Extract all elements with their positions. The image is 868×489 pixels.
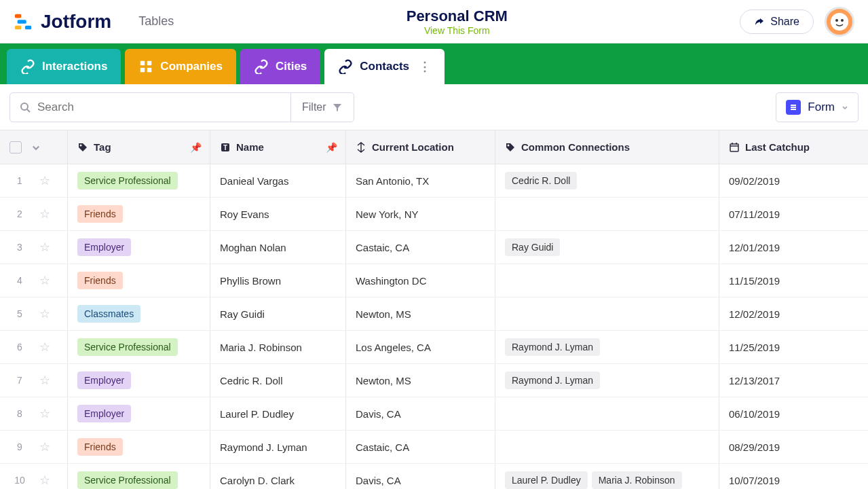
connections-cell[interactable] [495,264,719,297]
location-cell[interactable]: Los Angeles, CA [346,331,495,363]
catchup-cell[interactable]: 08/29/2019 [719,431,862,463]
star-icon[interactable]: ☆ [39,439,50,454]
location-cell[interactable]: San Antonio, TX [346,164,495,197]
tab-cities[interactable]: Cities [240,49,320,84]
tag-cell[interactable]: Employer [68,397,210,430]
connections-cell[interactable] [495,397,719,430]
table-row[interactable]: 9☆FriendsRaymond J. LymanCastaic, CA08/2… [0,431,868,464]
name-cell[interactable]: Phyllis Brown [210,264,346,297]
search-input[interactable] [37,101,281,114]
header-name[interactable]: T Name 📌 [210,130,346,164]
location-cell[interactable]: Washington DC [346,264,495,297]
star-icon[interactable]: ☆ [39,473,50,488]
connections-cell[interactable]: Cedric R. Doll [495,164,719,197]
tag-cell[interactable]: Friends [68,431,210,463]
location-cell[interactable]: Davis, CA [346,397,495,430]
tag-cell[interactable]: Friends [68,264,210,297]
name-cell[interactable]: Carolyn D. Clark [210,464,346,489]
name-cell[interactable]: Danieal Vargas [210,164,346,197]
table-row[interactable]: 10☆Service ProfessionalCarolyn D. ClarkD… [0,464,868,489]
name-cell[interactable]: Roy Evans [210,198,346,230]
table-row[interactable]: 3☆EmployerMoghan NolanCastaic, CARay Gui… [0,231,868,264]
row-number: 9 [10,441,30,452]
location-cell[interactable]: Castaic, CA [346,431,495,463]
catchup-cell[interactable]: 06/10/2019 [719,397,862,430]
header-connections[interactable]: Common Connections [495,130,719,164]
table-row[interactable]: 8☆EmployerLaurel P. DudleyDavis, CA06/10… [0,397,868,431]
connections-cell[interactable] [495,431,719,463]
star-icon[interactable]: ☆ [39,273,50,288]
star-icon[interactable]: ☆ [39,173,50,188]
link-icon [254,59,269,74]
form-view-button[interactable]: Form [776,92,858,122]
user-avatar[interactable] [825,7,854,37]
tag-cell[interactable]: Service Professional [68,464,210,489]
table-row[interactable]: 1☆Service ProfessionalDanieal VargasSan … [0,164,868,198]
catchup-cell[interactable]: 07/11/2019 [719,198,862,230]
catchup-cell[interactable]: 11/15/2019 [719,264,862,297]
pin-icon[interactable]: 📌 [326,142,337,153]
connections-cell[interactable]: Laurel P. DudleyMaria J. Robinson [495,464,719,489]
star-icon[interactable]: ☆ [39,206,50,221]
tab-menu-icon[interactable]: ⋮ [419,59,431,74]
star-icon[interactable]: ☆ [39,306,50,321]
name-cell[interactable]: Raymond J. Lyman [210,431,346,463]
nav-tables-link[interactable]: Tables [138,14,174,29]
chevron-down-icon[interactable] [31,143,41,152]
tag-icon [77,142,88,153]
name-cell[interactable]: Maria J. Robinson [210,331,346,363]
location-cell[interactable]: Davis, CA [346,464,495,489]
header-tag[interactable]: Tag 📌 [68,130,210,164]
name-cell[interactable]: Moghan Nolan [210,231,346,264]
star-icon[interactable]: ☆ [39,406,50,421]
catchup-cell[interactable]: 12/13/2017 [719,364,862,397]
table-row[interactable]: 4☆FriendsPhyllis BrownWashington DC11/15… [0,264,868,297]
name-cell[interactable]: Cedric R. Doll [210,364,346,397]
tag-cell[interactable]: Employer [68,231,210,264]
catchup-cell[interactable]: 09/02/2019 [719,164,862,197]
row-number: 5 [10,308,30,319]
name-cell[interactable]: Laurel P. Dudley [210,397,346,430]
tab-companies[interactable]: Companies [125,49,236,84]
location-cell[interactable]: New York, NY [346,198,495,230]
connections-cell[interactable] [495,198,719,230]
connection-chip: Raymond J. Lyman [505,372,600,389]
name-cell[interactable]: Ray Guidi [210,297,346,330]
svg-rect-0 [15,14,21,18]
connections-cell[interactable] [495,297,719,330]
brand-logo[interactable]: Jotform [14,11,111,33]
header-catchup[interactable]: Last Catchup [719,130,862,164]
star-icon[interactable]: ☆ [39,240,50,255]
tab-interactions[interactable]: Interactions [7,49,121,84]
tag-cell[interactable]: Service Professional [68,164,210,197]
table-row[interactable]: 6☆Service ProfessionalMaria J. RobinsonL… [0,331,868,364]
location-cell[interactable]: Castaic, CA [346,231,495,264]
tag-cell[interactable]: Friends [68,198,210,230]
tag-cell[interactable]: Service Professional [68,331,210,363]
star-icon[interactable]: ☆ [39,340,50,355]
tab-contacts[interactable]: Contacts ⋮ [324,49,445,84]
catchup-cell[interactable]: 12/01/2019 [719,231,862,264]
table-row[interactable]: 7☆EmployerCedric R. DollNewton, MSRaymon… [0,364,868,397]
catchup-cell[interactable]: 10/07/2019 [719,464,862,489]
table-row[interactable]: 5☆ClassmatesRay GuidiNewton, MS12/02/201… [0,297,868,331]
tag-cell[interactable]: Employer [68,364,210,397]
header-location[interactable]: Current Location [346,130,495,164]
star-icon[interactable]: ☆ [39,373,50,388]
search-wrap [10,92,291,122]
table-row[interactable]: 2☆FriendsRoy EvansNew York, NY07/11/2019 [0,198,868,231]
connections-cell[interactable]: Ray Guidi [495,231,719,264]
view-form-link[interactable]: View This Form [424,25,490,36]
catchup-cell[interactable]: 12/02/2019 [719,297,862,330]
connections-cell[interactable]: Raymond J. Lyman [495,364,719,397]
share-button[interactable]: Share [740,10,814,34]
filter-button[interactable]: Filter [291,92,354,122]
location-cell[interactable]: Newton, MS [346,297,495,330]
app-header: Jotform Tables Personal CRM View This Fo… [0,0,868,43]
tag-cell[interactable]: Classmates [68,297,210,330]
catchup-cell[interactable]: 11/25/2019 [719,331,862,363]
pin-icon[interactable]: 📌 [190,142,202,153]
select-all-checkbox[interactable] [10,141,22,153]
connections-cell[interactable]: Raymond J. Lyman [495,331,719,363]
location-cell[interactable]: Newton, MS [346,364,495,397]
